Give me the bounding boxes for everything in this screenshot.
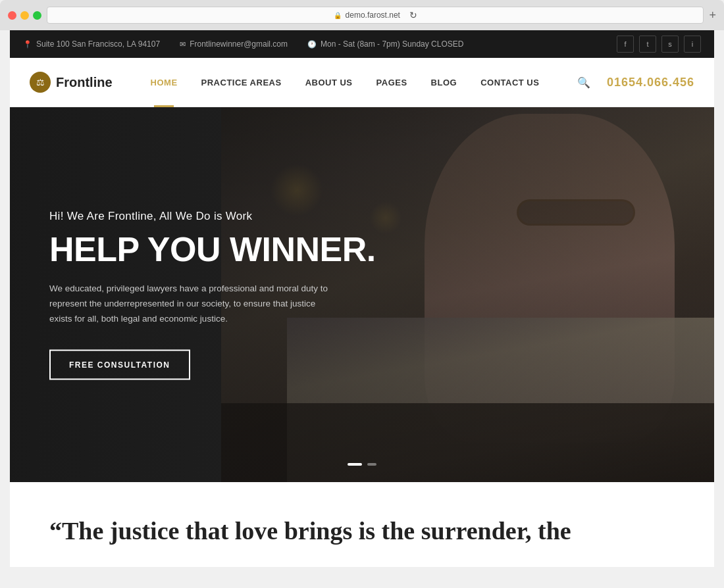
search-icon[interactable]: 🔍 bbox=[571, 76, 597, 89]
clock-icon: 🕐 bbox=[307, 40, 317, 49]
email-icon: ✉ bbox=[180, 40, 186, 49]
browser-chrome: 🔒 demo.farost.net ↻ + bbox=[0, 0, 724, 30]
topbar: 📍 Suite 100 San Francisco, LA 94107 ✉ Fr… bbox=[10, 30, 714, 58]
url-text: demo.farost.net bbox=[346, 11, 400, 20]
nav-blog[interactable]: BLOG bbox=[419, 58, 469, 107]
hero-title: HELP YOU WINNER. bbox=[49, 231, 376, 268]
hero-subtitle: Hi! We Are Frontline, All We Do is Work bbox=[49, 210, 376, 223]
quote-section: “The justice that love brings is the sur… bbox=[10, 482, 714, 567]
nav-contact-us[interactable]: CONTACT US bbox=[469, 58, 551, 107]
minimize-button[interactable] bbox=[20, 11, 29, 20]
hero-section: Hi! We Are Frontline, All We Do is Work … bbox=[10, 107, 714, 482]
nav-practice-areas[interactable]: PRACTICE AREAS bbox=[190, 58, 294, 107]
social-links: f t s i bbox=[617, 36, 701, 53]
twitter-icon[interactable]: t bbox=[639, 36, 656, 53]
topbar-address: 📍 Suite 100 San Francisco, LA 94107 bbox=[23, 39, 160, 49]
lock-icon: 🔒 bbox=[334, 12, 342, 19]
quote-text: “The justice that love brings is the sur… bbox=[49, 515, 675, 547]
topbar-hours: 🕐 Mon - Sat (8am - 7pm) Sunday CLOSED bbox=[307, 39, 463, 49]
logo-icon: ⚖ bbox=[30, 72, 51, 93]
cta-button[interactable]: FREE CONSULTATION bbox=[49, 350, 190, 380]
logo-text: Frontline bbox=[56, 75, 113, 90]
reload-button[interactable]: ↻ bbox=[409, 10, 417, 20]
nav-menu: HOME PRACTICE AREAS ABOUT US PAGES BLOG … bbox=[139, 58, 571, 107]
skype-icon[interactable]: s bbox=[661, 36, 679, 53]
facebook-icon[interactable]: f bbox=[617, 36, 634, 53]
nav-home[interactable]: HOME bbox=[139, 58, 190, 107]
close-button[interactable] bbox=[8, 11, 16, 20]
hero-description: We educated, privileged lawyers have a p… bbox=[49, 282, 332, 327]
instagram-icon[interactable]: i bbox=[684, 36, 701, 53]
new-tab-button[interactable]: + bbox=[709, 9, 716, 21]
website-container: 📍 Suite 100 San Francisco, LA 94107 ✉ Fr… bbox=[10, 30, 714, 567]
slider-dots bbox=[348, 463, 376, 466]
navbar: ⚖ Frontline HOME PRACTICE AREAS ABOUT US… bbox=[10, 58, 714, 107]
location-icon: 📍 bbox=[23, 40, 32, 49]
maximize-button[interactable] bbox=[33, 11, 41, 20]
nav-about-us[interactable]: ABOUT US bbox=[294, 58, 365, 107]
nav-pages[interactable]: PAGES bbox=[365, 58, 419, 107]
address-bar[interactable]: 🔒 demo.farost.net ↻ bbox=[47, 7, 704, 24]
slider-dot-2[interactable] bbox=[367, 463, 376, 466]
traffic-lights bbox=[8, 11, 41, 20]
slider-dot-1[interactable] bbox=[348, 463, 362, 466]
logo[interactable]: ⚖ Frontline bbox=[30, 72, 113, 93]
topbar-email[interactable]: ✉ Frontlinewinner@gmail.com bbox=[180, 39, 288, 49]
phone-number: 01654.066.456 bbox=[607, 76, 694, 89]
hero-content: Hi! We Are Frontline, All We Do is Work … bbox=[49, 210, 376, 380]
